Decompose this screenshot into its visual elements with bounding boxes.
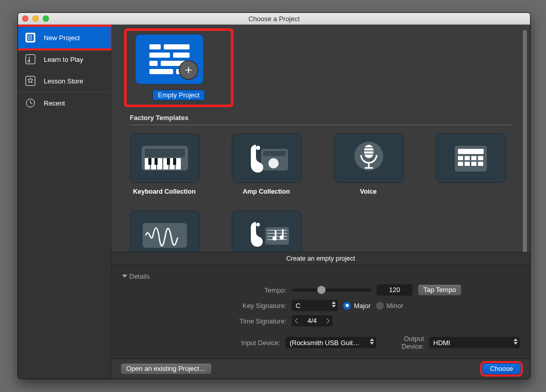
svg-rect-34	[478, 162, 483, 166]
open-existing-project-button[interactable]: Open an existing Project…	[121, 363, 212, 374]
svg-point-42	[280, 235, 284, 240]
chevron-left-icon	[292, 315, 302, 327]
vertical-scrollbar[interactable]	[523, 30, 527, 252]
svg-rect-10	[157, 158, 162, 169]
tempo-value[interactable]: 120	[377, 284, 413, 296]
svg-rect-27	[458, 156, 463, 160]
time-signature-label: Time Signature:	[122, 317, 286, 325]
choose-button[interactable]: Choose	[482, 363, 521, 374]
window-title: Choose a Project	[248, 15, 300, 23]
stepper-icon	[332, 301, 336, 308]
project-chooser-window: Choose a Project New Project Learn to Pl…	[18, 12, 531, 379]
minimize-window-button[interactable]	[32, 15, 39, 22]
template-label: Empty Project	[152, 90, 206, 100]
key-mode-major[interactable]: Major	[343, 302, 371, 310]
time-signature-stepper[interactable]: 4/4	[292, 315, 333, 327]
zoom-window-button[interactable]	[43, 15, 49, 22]
template-label: Amp Collection	[232, 188, 301, 195]
svg-point-44	[257, 223, 260, 227]
svg-rect-28	[465, 156, 470, 160]
svg-rect-29	[471, 156, 476, 160]
template-description: Create an empty project	[111, 252, 530, 265]
empty-project-tile	[135, 34, 204, 84]
template-empty-project[interactable]: Empty Project	[127, 31, 231, 105]
details-disclosure[interactable]: Details	[122, 272, 520, 280]
sidebar: New Project Learn to Play Lesson Store	[18, 25, 111, 379]
tempo-slider[interactable]	[292, 288, 371, 292]
template-amp-collection[interactable]: Amp Collection	[232, 133, 301, 195]
close-window-button[interactable]	[22, 15, 28, 22]
input-device-select[interactable]: (Rocksmith USB Guit…	[285, 337, 376, 348]
sidebar-item-lesson-store[interactable]: Lesson Store	[18, 70, 111, 92]
plus-icon	[179, 60, 198, 80]
input-device-label: Input Device:	[122, 339, 280, 347]
details-panel: Details Tempo: 120 Tap Tempo Key Signatu…	[111, 265, 530, 359]
template-label: Voice	[334, 188, 403, 195]
svg-point-22	[256, 146, 260, 150]
svg-rect-15	[155, 158, 158, 165]
svg-rect-7	[145, 149, 185, 157]
svg-rect-16	[167, 158, 170, 165]
svg-point-41	[272, 236, 277, 241]
template-label: Keyboard Collection	[130, 188, 199, 195]
sidebar-item-label: Learn to Play	[44, 56, 83, 63]
svg-rect-1	[27, 34, 34, 41]
svg-rect-2	[26, 55, 35, 64]
key-signature-label: Key Signature:	[122, 302, 286, 310]
template-keyboard-collection[interactable]: Keyboard Collection	[130, 133, 199, 195]
learn-to-play-icon	[24, 53, 37, 65]
recent-icon	[24, 97, 37, 109]
key-mode-minor[interactable]: Minor	[376, 302, 404, 310]
svg-rect-13	[176, 158, 181, 169]
svg-point-43	[253, 223, 257, 227]
stepper-icon	[370, 338, 374, 345]
svg-rect-36	[265, 227, 289, 245]
svg-rect-32	[465, 162, 470, 166]
lesson-store-icon	[24, 75, 37, 87]
output-device-select[interactable]: HDMI	[429, 337, 520, 348]
sidebar-item-learn-to-play[interactable]: Learn to Play	[18, 48, 111, 70]
content-area: Empty Project Factory Templates	[111, 25, 530, 379]
section-factory-templates: Factory Templates	[130, 105, 511, 125]
output-device-label: Output Device:	[381, 335, 424, 350]
svg-rect-19	[263, 151, 286, 156]
sidebar-item-label: New Project	[44, 34, 80, 42]
svg-point-20	[268, 158, 279, 168]
svg-rect-17	[173, 158, 176, 165]
template-voice[interactable]: Voice	[334, 133, 403, 195]
new-project-icon	[24, 31, 37, 44]
chevron-right-icon	[322, 315, 333, 327]
sidebar-item-label: Recent	[44, 99, 65, 107]
sidebar-item-new-project[interactable]: New Project	[18, 27, 111, 48]
svg-rect-33	[471, 162, 476, 166]
svg-rect-14	[148, 158, 151, 165]
titlebar: Choose a Project	[18, 13, 530, 25]
svg-rect-30	[478, 156, 483, 160]
window-controls	[22, 13, 49, 24]
template-songwriter[interactable]: .	[232, 211, 301, 252]
disclosure-triangle-icon	[122, 274, 127, 279]
svg-rect-31	[458, 162, 463, 166]
radio-off-icon	[376, 302, 384, 310]
sidebar-item-recent[interactable]: Recent	[18, 92, 111, 114]
template-waveform[interactable]: .	[130, 211, 199, 252]
bottom-bar: Open an existing Project… Choose	[111, 359, 530, 379]
tempo-label: Tempo:	[122, 286, 286, 294]
key-signature-select[interactable]: C	[292, 300, 338, 311]
tap-tempo-button[interactable]: Tap Tempo	[418, 284, 462, 296]
stepper-icon	[514, 338, 518, 345]
svg-rect-24	[364, 145, 373, 158]
sidebar-item-label: Lesson Store	[44, 77, 83, 85]
template-drum-machine[interactable]: .	[436, 133, 505, 195]
svg-rect-26	[458, 149, 484, 154]
details-label: Details	[129, 272, 150, 280]
svg-point-21	[252, 146, 256, 150]
radio-on-icon	[343, 302, 351, 310]
